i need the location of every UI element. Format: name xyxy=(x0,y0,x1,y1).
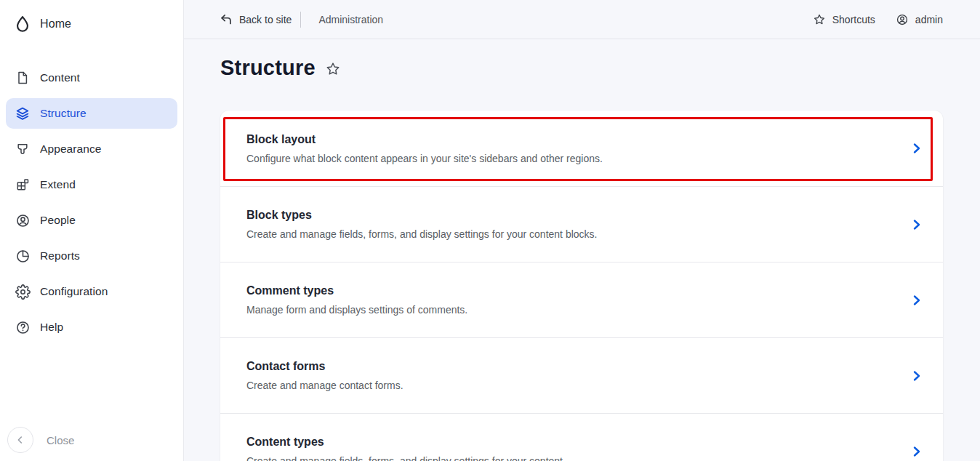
blocks-icon xyxy=(15,177,31,193)
sidebar-item-reports[interactable]: Reports xyxy=(6,241,177,271)
sidebar-item-label: Home xyxy=(40,17,71,31)
list-item-description: Configure what block content appears in … xyxy=(246,153,902,164)
sidebar-item-appearance[interactable]: Appearance xyxy=(6,134,177,164)
list-item-description: Create and manage contact forms. xyxy=(246,380,902,391)
user-icon xyxy=(896,13,909,26)
list-item-title: Block layout xyxy=(246,133,902,146)
sidebar-item-label: Configuration xyxy=(40,285,108,298)
chevron-right-icon xyxy=(911,294,923,307)
sidebar-item-home[interactable]: Home xyxy=(6,9,177,39)
document-icon xyxy=(15,70,31,86)
admin-list-panel: Block layout Configure what block conten… xyxy=(220,111,943,461)
chevron-right-icon xyxy=(911,218,923,231)
list-item-comment-types[interactable]: Comment types Manage form and displays s… xyxy=(220,262,943,337)
list-item-title: Block types xyxy=(246,209,902,222)
bookmark-star-icon[interactable] xyxy=(325,61,341,77)
question-icon xyxy=(15,319,31,335)
list-item-content-types[interactable]: Content types Create and manage fields, … xyxy=(220,413,943,461)
sidebar-item-structure[interactable]: Structure xyxy=(6,98,177,129)
drupal-logo-icon xyxy=(13,15,32,33)
chevron-left-icon xyxy=(7,427,33,453)
paint-icon xyxy=(15,141,31,157)
shortcuts-label: Shortcuts xyxy=(832,14,875,25)
layers-icon xyxy=(15,105,31,121)
star-icon xyxy=(813,13,826,26)
back-to-site-link[interactable]: Back to site xyxy=(220,13,292,26)
sidebar-item-label: Content xyxy=(40,71,80,84)
admin-toolbar: Back to site Administration Shortcuts xyxy=(184,0,980,39)
sidebar-item-help[interactable]: Help xyxy=(6,312,177,342)
sidebar-item-configuration[interactable]: Configuration xyxy=(6,276,177,307)
toolbar-divider xyxy=(300,12,301,28)
sidebar-item-extend[interactable]: Extend xyxy=(6,169,177,200)
list-item-description: Create and manage fields, forms, and dis… xyxy=(246,455,902,461)
return-arrow-icon xyxy=(220,13,233,26)
pie-chart-icon xyxy=(15,248,31,264)
person-icon xyxy=(15,212,31,228)
sidebar-item-people[interactable]: People xyxy=(6,205,177,236)
sidebar-item-label: Appearance xyxy=(40,143,102,156)
main-region: Back to site Administration Shortcuts xyxy=(184,0,980,461)
sidebar-collapse-label: Close xyxy=(47,434,74,446)
user-label: admin xyxy=(915,14,943,25)
page-title: Structure xyxy=(220,55,316,80)
gear-icon xyxy=(15,284,31,300)
sidebar-item-content[interactable]: Content xyxy=(6,63,177,93)
chevron-right-icon xyxy=(911,445,923,458)
admin-sidebar: Home Content Structure xyxy=(0,0,184,461)
page-content: Structure Block layout Configure what bl… xyxy=(184,39,980,461)
list-item-title: Content types xyxy=(246,436,902,449)
list-item-contact-forms[interactable]: Contact forms Create and manage contact … xyxy=(220,337,943,413)
app-window: Home Content Structure xyxy=(0,0,980,461)
shortcuts-button[interactable]: Shortcuts xyxy=(813,13,875,26)
list-item-title: Comment types xyxy=(246,284,902,297)
sidebar-collapse-button[interactable]: Close xyxy=(6,427,177,453)
sidebar-item-label: Structure xyxy=(40,107,87,120)
list-item-title: Contact forms xyxy=(246,360,902,373)
list-item-description: Manage form and displays settings of com… xyxy=(246,304,902,316)
back-to-site-label: Back to site xyxy=(239,14,292,25)
chevron-right-icon xyxy=(911,142,923,155)
sidebar-item-label: People xyxy=(40,214,76,227)
user-menu[interactable]: admin xyxy=(896,13,943,26)
list-item-block-layout[interactable]: Block layout Configure what block conten… xyxy=(220,111,943,186)
sidebar-item-label: Extend xyxy=(40,178,76,191)
list-item-block-types[interactable]: Block types Create and manage fields, fo… xyxy=(220,186,943,262)
sidebar-item-label: Help xyxy=(40,321,63,334)
chevron-right-icon xyxy=(911,369,923,382)
highlight-annotation-box xyxy=(223,117,933,181)
sidebar-item-label: Reports xyxy=(40,249,80,262)
breadcrumb-administration[interactable]: Administration xyxy=(318,14,383,25)
list-item-description: Create and manage fields, forms, and dis… xyxy=(246,228,902,240)
